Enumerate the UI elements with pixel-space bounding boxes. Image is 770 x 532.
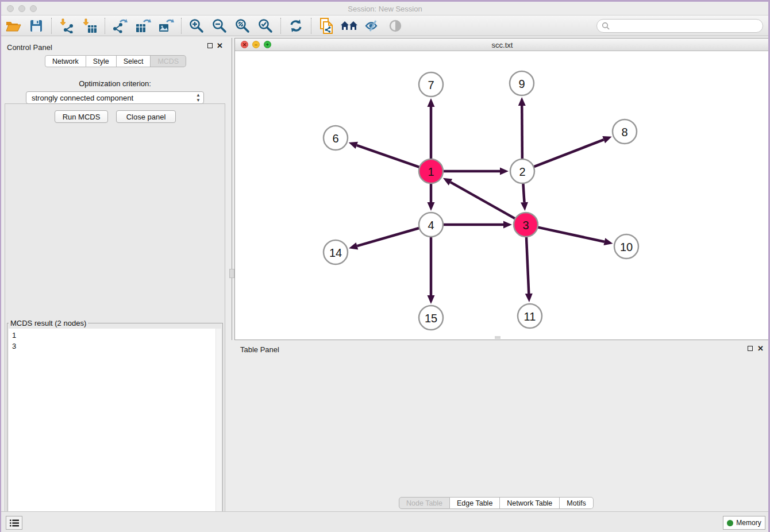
- show-all-button[interactable]: [386, 17, 405, 34]
- zoom-selected-button[interactable]: [256, 17, 275, 34]
- edge-2-9[interactable]: [522, 106, 522, 161]
- edge-arrowhead: [602, 136, 611, 143]
- network-window-title: scc.txt: [235, 41, 769, 49]
- node-label-8: 8: [621, 126, 627, 138]
- node-label-4: 4: [428, 219, 434, 232]
- tab-node-table[interactable]: Node Table: [399, 497, 450, 509]
- node-label-9: 9: [518, 78, 525, 90]
- edge-arrowhead: [503, 221, 512, 229]
- import-network-button[interactable]: [57, 17, 76, 34]
- screen-edge-left: [0, 0, 1, 532]
- control-panel-tabs: NetworkStyleSelectMCDS: [45, 55, 186, 67]
- import-table-button[interactable]: [80, 17, 99, 34]
- edge-1-6[interactable]: [357, 145, 422, 168]
- export-table-icon: [135, 18, 151, 33]
- network-hscrollbar-thumb[interactable]: [495, 336, 500, 339]
- tab-motifs[interactable]: Motifs: [560, 497, 593, 509]
- mcds-result-box: MCDS result (2 nodes) 1 3: [7, 319, 223, 532]
- edge-2-8[interactable]: [532, 140, 604, 168]
- eye-slash-icon: [364, 20, 380, 32]
- save-icon: [30, 20, 43, 32]
- splitter-handle[interactable]: [229, 269, 234, 278]
- export-network-icon: [112, 18, 128, 33]
- save-session-button[interactable]: [26, 17, 46, 34]
- toolbar-separator: [311, 18, 311, 34]
- export-table-button[interactable]: [133, 17, 153, 34]
- tab-mcds[interactable]: MCDS: [151, 55, 186, 67]
- toolbar-separator: [105, 18, 105, 34]
- tab-network-table[interactable]: Network Table: [500, 497, 560, 509]
- mcds-result-list[interactable]: 1 3: [9, 329, 215, 532]
- close-panel-label: Close panel: [126, 113, 166, 121]
- tab-style[interactable]: Style: [86, 55, 117, 67]
- export-image-button[interactable]: [156, 17, 176, 34]
- search-field[interactable]: [596, 19, 763, 33]
- node-label-6: 6: [332, 132, 338, 145]
- open-folder-icon: [5, 20, 21, 32]
- window-titlebar: Session: New Session: [0, 2, 770, 16]
- zoom-in-button[interactable]: [187, 17, 206, 34]
- memory-status-icon: [727, 520, 733, 526]
- table-panel: Table Panel ✕ f(: [234, 342, 770, 511]
- hide-selected-button[interactable]: [363, 17, 382, 34]
- edge-3-1[interactable]: [451, 182, 517, 220]
- run-mcds-button[interactable]: Run MCDS: [55, 110, 108, 123]
- node-label-7: 7: [428, 79, 434, 91]
- control-panel-title: Control Panel: [7, 42, 52, 52]
- tab-edge-table[interactable]: Edge Table: [450, 497, 500, 509]
- main-toolbar: [0, 16, 770, 36]
- node-label-2: 2: [519, 165, 525, 178]
- table-panel-title: Table Panel: [240, 344, 279, 354]
- zoom-out-button[interactable]: [210, 17, 229, 34]
- task-history-button[interactable]: [6, 516, 22, 530]
- edge-arrowhead: [349, 242, 358, 249]
- apply-layout-button[interactable]: [286, 17, 306, 34]
- window-title: Session: New Session: [0, 5, 770, 13]
- run-mcds-label: Run MCDS: [63, 113, 101, 121]
- tab-select[interactable]: Select: [117, 55, 151, 67]
- vertical-splitter[interactable]: [232, 38, 232, 340]
- control-panel: Control Panel ✕ NetworkStyleSelectMCDS O…: [0, 36, 230, 511]
- dropdown-value: strongly connected component: [32, 94, 133, 102]
- zoom-fit-button[interactable]: [233, 17, 252, 34]
- table-close-icon[interactable]: ✕: [757, 346, 764, 351]
- houses-icon: [340, 20, 359, 32]
- edge-4-14[interactable]: [357, 228, 421, 246]
- table-float-icon[interactable]: [748, 346, 753, 351]
- open-file-button[interactable]: [3, 17, 23, 34]
- result-scrollbar[interactable]: [215, 329, 221, 532]
- zoom-out-icon: [212, 18, 227, 33]
- status-bar: Memory: [0, 511, 770, 532]
- import-table-icon: [82, 18, 97, 33]
- optimization-dropdown[interactable]: strongly connected component ▲▼: [26, 91, 204, 104]
- tab-network[interactable]: Network: [45, 55, 86, 67]
- edge-arrowhead: [604, 238, 613, 245]
- node-label-15: 15: [425, 312, 437, 325]
- close-panel-icon[interactable]: ✕: [217, 43, 223, 48]
- zoom-in-icon: [189, 18, 204, 33]
- edge-2-3[interactable]: [523, 181, 524, 202]
- list-icon: [10, 519, 19, 527]
- home-view-button[interactable]: [340, 17, 359, 34]
- edge-arrowhead: [518, 97, 526, 106]
- search-input[interactable]: [613, 22, 763, 30]
- network-window: ✕ − + scc.txt 7968124310141511: [234, 38, 770, 340]
- network-canvas[interactable]: 7968124310141511: [235, 51, 769, 340]
- memory-button[interactable]: Memory: [723, 516, 765, 530]
- optimization-label: Optimization criterion:: [0, 79, 230, 88]
- close-panel-button[interactable]: Close panel: [116, 110, 176, 123]
- zoom-selected-icon: [258, 18, 273, 33]
- screen-edge-top: [0, 0, 770, 2]
- node-label-3: 3: [522, 219, 529, 232]
- edge-3-10[interactable]: [536, 227, 605, 242]
- edge-arrowhead: [521, 202, 528, 211]
- duplicate-network-button[interactable]: [317, 17, 336, 34]
- export-network-button[interactable]: [110, 17, 130, 34]
- control-panel-title-text: Control Panel: [7, 43, 52, 52]
- mcds-result-title: MCDS result (2 nodes): [9, 319, 88, 327]
- float-panel-icon[interactable]: [207, 43, 213, 48]
- table-tabs: Node TableEdge TableNetwork TableMotifs: [399, 497, 594, 509]
- network-window-titlebar[interactable]: ✕ − + scc.txt: [235, 38, 769, 51]
- edge-3-11[interactable]: [526, 234, 529, 294]
- edge-arrowhead: [428, 202, 435, 211]
